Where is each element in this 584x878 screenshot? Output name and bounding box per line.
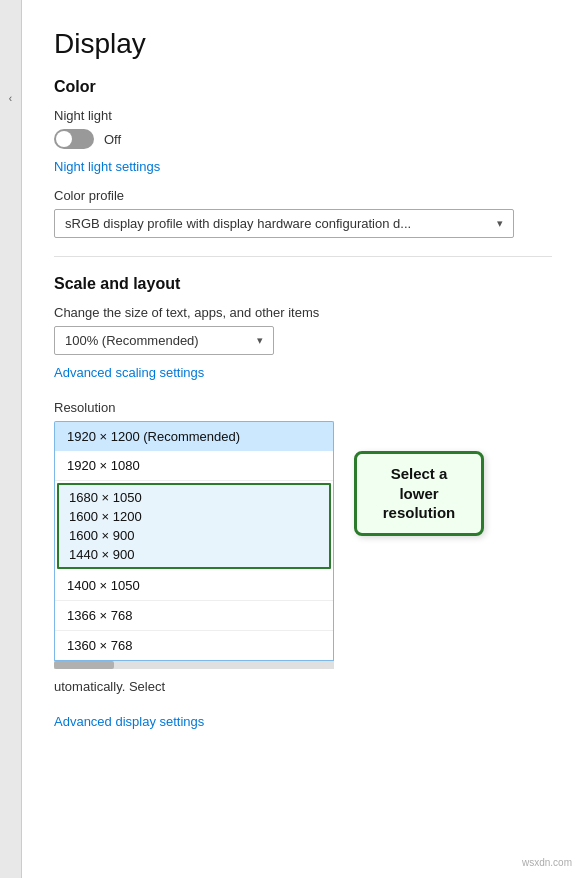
resolution-option-6[interactable]: 1366 × 768 (55, 601, 333, 631)
scrollbar-thumb (54, 661, 114, 669)
sidebar-chevron-icon[interactable]: ‹ (3, 90, 19, 106)
color-section-title: Color (54, 78, 552, 96)
night-light-settings-link[interactable]: Night light settings (54, 159, 160, 174)
resolution-option-2-value: 1600 × 1200 (69, 505, 319, 524)
main-content: Display Color Night light Off Night ligh… (22, 0, 584, 878)
text-size-value: 100% (Recommended) (65, 333, 199, 348)
night-light-toggle[interactable] (54, 129, 94, 149)
resolution-dropdown-wrapper: 1920 × 1200 (Recommended) 1920 × 1080 16… (54, 421, 334, 669)
resolution-option-0[interactable]: 1920 × 1080 (55, 451, 333, 481)
resolution-scrollbar[interactable] (54, 661, 334, 669)
text-size-arrow: ▾ (257, 334, 263, 347)
resolution-option-1[interactable]: 1680 × 1050 1600 × 1200 1600 × 900 1440 … (57, 483, 331, 569)
resolution-section: Resolution 1920 × 1200 (Recommended) 192… (54, 400, 552, 694)
color-profile-label: Color profile (54, 188, 552, 203)
resolution-option-1-value: 1680 × 1050 (69, 490, 319, 505)
resolution-static-text: utomatically. Select (54, 679, 552, 694)
hint-box: Select a lower resolution (354, 451, 484, 536)
resolution-dropdown-container: 1920 × 1200 (Recommended) 1920 × 1080 16… (54, 421, 334, 669)
resolution-option-4-value: 1440 × 900 (69, 543, 319, 562)
advanced-display-link-wrapper: Advanced display settings (54, 712, 552, 743)
resolution-selected[interactable]: 1920 × 1200 (Recommended) (54, 421, 334, 451)
resolution-option-5[interactable]: 1400 × 1050 (55, 571, 333, 601)
page-title: Display (54, 28, 552, 60)
divider-1 (54, 256, 552, 257)
advanced-scaling-link[interactable]: Advanced scaling settings (54, 365, 204, 380)
night-light-toggle-row: Off (54, 129, 552, 149)
color-profile-arrow: ▾ (497, 217, 503, 230)
toggle-knob (56, 131, 72, 147)
hint-text: Select a lower resolution (383, 465, 456, 521)
text-size-dropdown[interactable]: 100% (Recommended) ▾ (54, 326, 274, 355)
text-size-label: Change the size of text, apps, and other… (54, 305, 552, 320)
advanced-display-link[interactable]: Advanced display settings (54, 714, 204, 729)
scale-layout-section-title: Scale and layout (54, 275, 552, 293)
resolution-label: Resolution (54, 400, 552, 415)
sidebar: ‹ (0, 0, 22, 878)
resolution-list: 1920 × 1080 1680 × 1050 1600 × 1200 1600… (54, 451, 334, 661)
night-light-state: Off (104, 132, 121, 147)
night-light-label: Night light (54, 108, 552, 123)
watermark: wsxdn.com (518, 855, 576, 870)
resolution-option-3-value: 1600 × 900 (69, 524, 319, 543)
color-profile-dropdown[interactable]: sRGB display profile with display hardwa… (54, 209, 514, 238)
color-profile-value: sRGB display profile with display hardwa… (65, 216, 411, 231)
resolution-selected-value: 1920 × 1200 (Recommended) (67, 429, 240, 444)
resolution-option-7[interactable]: 1360 × 768 (55, 631, 333, 660)
